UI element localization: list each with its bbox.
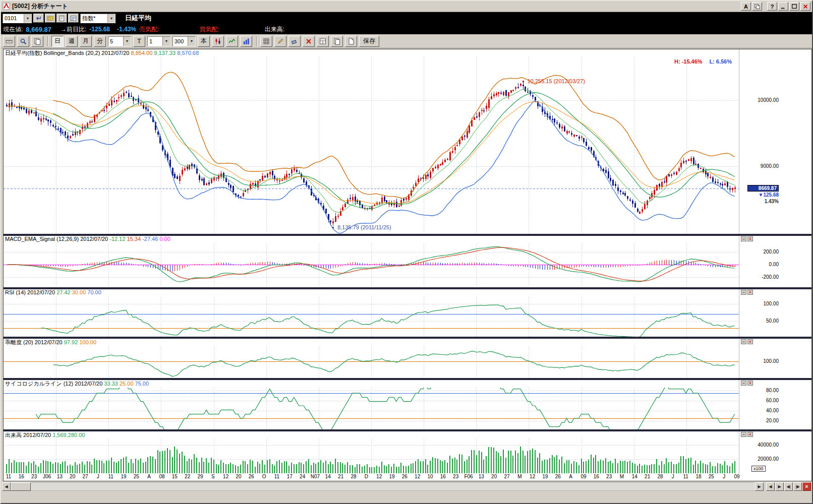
window-arrange-button[interactable] (752, 2, 762, 11)
panel-minimize-button[interactable]: − (741, 381, 746, 386)
chart-canvas-macd[interactable] (4, 243, 739, 287)
panel-minimize-button[interactable]: − (741, 290, 746, 295)
font-size-button[interactable]: A (741, 2, 751, 11)
chart-canvas-rsi[interactable] (4, 297, 739, 337)
first-bar-button[interactable]: ◀| (784, 482, 793, 491)
axis-label: 80.00 (748, 388, 779, 393)
axis-label: 0.00 (748, 262, 779, 267)
xaxis-label: 27 (504, 474, 509, 479)
trough-annotation: 8,135.79 (2011/11/25) (337, 224, 391, 230)
minute-interval-select[interactable]: 5▼ (108, 36, 131, 46)
panel-splitter[interactable] (4, 429, 811, 431)
panel-splitter[interactable] (4, 337, 811, 339)
xaxis-label: 13 (479, 474, 484, 479)
axis-gutter-macd: 200.000.00-200.00−× (739, 236, 811, 287)
chart-canvas-main[interactable] (4, 57, 739, 234)
tick-button[interactable]: T (133, 36, 145, 47)
copy-chart-button[interactable] (31, 36, 43, 47)
maximize-button[interactable] (789, 2, 799, 11)
memo-button[interactable] (56, 14, 67, 23)
xaxis-label: 11 (274, 474, 279, 479)
scroll-track[interactable] (31, 482, 755, 491)
erase-button[interactable] (288, 36, 301, 47)
panel-splitter[interactable] (4, 287, 811, 289)
panel-minimize-button[interactable]: − (741, 432, 746, 437)
axis-gutter-vol: 40000.0020000.00−×x100 (739, 431, 811, 474)
xaxis-label: 24 (300, 474, 305, 479)
xaxis-label: M (517, 474, 521, 479)
panel-buttons: −× (741, 339, 753, 344)
step-forward-button[interactable]: ▶ (775, 482, 784, 491)
xaxis-label: J (723, 474, 725, 479)
panel-close-button[interactable]: × (747, 236, 753, 241)
xaxis-label: 12 (223, 474, 228, 479)
period-weekly-button[interactable]: 週 (66, 36, 78, 47)
price-change-label: ▼125.68 (747, 192, 779, 198)
chevron-down-icon[interactable]: ▼ (162, 37, 170, 46)
axis-label: 200.00 (748, 249, 779, 255)
scroll-left-button[interactable]: ◀ (2, 482, 11, 491)
ask-label: 売気配: (139, 25, 159, 34)
panel-close-button[interactable]: × (747, 290, 753, 295)
xaxis-label: O (262, 474, 266, 479)
bar-count-select[interactable]: 300▼ (172, 36, 196, 46)
chevron-down-icon[interactable]: ▼ (107, 14, 115, 23)
panel-close-button[interactable]: × (747, 381, 753, 386)
news-button[interactable] (68, 14, 79, 23)
panel-minimize-button[interactable]: − (741, 339, 746, 344)
new-page-button[interactable] (345, 36, 357, 47)
period-daily-button[interactable]: 日 (51, 36, 64, 47)
xaxis-label: 19 (389, 474, 394, 479)
minimize-button[interactable] (778, 2, 788, 11)
chevron-down-icon[interactable]: ▼ (123, 37, 131, 46)
measure-button[interactable] (3, 36, 15, 47)
enter-button[interactable] (33, 14, 44, 23)
category-select[interactable]: 指数* ▼ (80, 14, 115, 23)
xaxis-label: 16 (440, 474, 446, 479)
copy-button[interactable] (331, 36, 343, 47)
close-strip-button[interactable]: × (802, 482, 811, 491)
period-monthly-button[interactable]: 月 (80, 36, 92, 47)
delete-drawing-button[interactable] (303, 36, 315, 47)
panel-buttons: −× (741, 236, 753, 241)
toolbar-separator (47, 36, 48, 46)
scroll-thumb[interactable] (11, 482, 31, 491)
period-minute-button[interactable]: 分 (94, 36, 106, 47)
draw-button[interactable] (274, 36, 286, 47)
panel-close-button[interactable]: × (747, 339, 753, 344)
horizontal-scrollbar[interactable]: ◀ ▶ ◀ ▶ ◀| |▶ × (2, 482, 811, 491)
xaxis-label: 13 (57, 474, 63, 479)
bars-button[interactable]: 本 (198, 36, 210, 47)
panel-minimize-button[interactable]: − (741, 236, 746, 241)
grid-button[interactable] (260, 36, 272, 47)
chart-canvas-kairi[interactable] (4, 346, 739, 378)
register-button[interactable] (45, 14, 55, 23)
panel-close-button[interactable]: × (747, 432, 753, 437)
step-back-button[interactable]: ◀ (766, 482, 775, 491)
titlebar[interactable]: [5002] 分析チャート A? (1, 1, 812, 12)
xaxis-label: 21 (338, 474, 343, 479)
zoom-button[interactable] (17, 36, 29, 47)
chevron-down-icon[interactable]: ▼ (188, 37, 195, 46)
help-button[interactable]: ? (767, 2, 777, 11)
panel-price: 日経平均(指数) Bollinger_Bands (20,2) 2012/07/… (4, 49, 811, 234)
save-button[interactable]: 保存 (359, 36, 379, 47)
xaxis-label: 25 (134, 474, 139, 479)
window-title: [5002] 分析チャート (12, 2, 68, 11)
last-bar-button[interactable]: |▶ (793, 482, 802, 491)
unit-select[interactable]: 1▼ (147, 36, 170, 46)
chevron-down-icon[interactable]: ▼ (24, 14, 31, 23)
symbol-code-select[interactable]: 0101 ▼ (3, 14, 32, 23)
scroll-right-button[interactable]: ▶ (755, 482, 764, 491)
layout-button[interactable] (317, 36, 329, 47)
xaxis-label: 15 (172, 474, 178, 479)
panel-splitter[interactable] (4, 378, 811, 380)
chart-canvas-psy[interactable] (4, 388, 739, 429)
panel-splitter[interactable] (4, 234, 811, 236)
candlestick-style-button[interactable] (212, 36, 224, 47)
chart-canvas-vol[interactable] (4, 439, 739, 474)
bar-style-button[interactable] (240, 36, 252, 47)
app-window: [5002] 分析チャート A? 0101 ▼ 指数* ▼ 日経平均 現在値: … (0, 0, 813, 504)
line-style-button[interactable] (226, 36, 238, 47)
close-button[interactable] (800, 2, 810, 11)
